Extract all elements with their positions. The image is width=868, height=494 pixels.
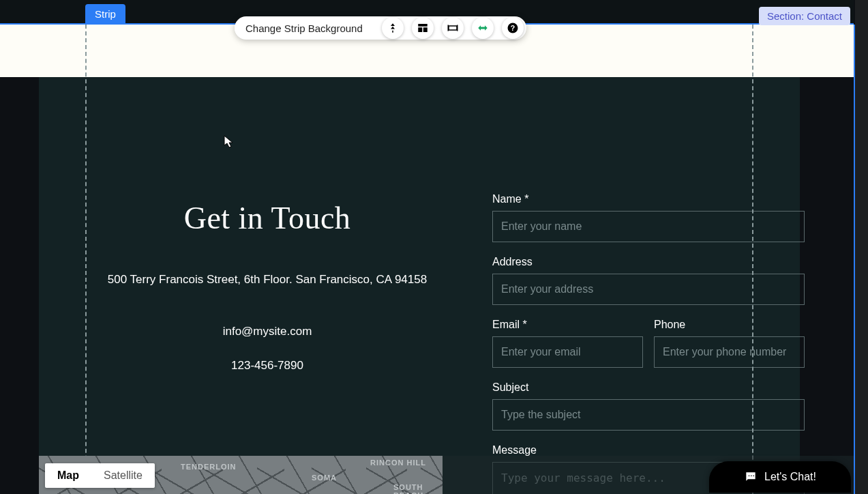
- svg-text:?: ?: [511, 24, 515, 32]
- svg-rect-4: [447, 25, 449, 31]
- message-label: Message: [492, 444, 805, 456]
- map-label-tenderloin: TENDERLOIN: [181, 463, 237, 471]
- address-label: Address: [492, 256, 805, 268]
- phone-label: Phone: [654, 319, 805, 331]
- address-input[interactable]: [492, 274, 805, 305]
- strip-toolbar: Change Strip Background ?: [235, 16, 526, 40]
- stretch-icon[interactable]: [442, 17, 464, 39]
- svg-rect-2: [423, 27, 428, 32]
- subject-input[interactable]: [492, 399, 805, 431]
- email-label: Email *: [492, 319, 643, 331]
- svg-rect-3: [449, 26, 457, 30]
- map-label-soma: SOMA: [312, 474, 337, 482]
- chat-icon: [744, 470, 758, 484]
- map-tab-satellite[interactable]: Satellite: [91, 463, 155, 488]
- svg-rect-1: [418, 27, 422, 32]
- name-input[interactable]: [492, 211, 805, 242]
- animation-icon[interactable]: [382, 17, 404, 39]
- mouse-cursor-icon: [224, 135, 235, 149]
- svg-rect-0: [418, 24, 428, 27]
- horizontal-resize-icon[interactable]: [472, 17, 494, 39]
- map-label-south-beach: SOUTH BEACH: [393, 483, 443, 494]
- svg-point-9: [751, 476, 752, 477]
- chat-widget[interactable]: Let's Chat!: [709, 461, 851, 493]
- email-input[interactable]: [492, 336, 643, 368]
- map-type-toggle: Map Satellite: [45, 463, 155, 488]
- contact-strip[interactable]: Get in Touch 500 Terry Francois Street, …: [39, 77, 800, 494]
- editor-guide-right: [752, 25, 753, 494]
- contact-address: 500 Terry Francois Street, 6th Floor. Sa…: [107, 273, 428, 287]
- chat-label: Let's Chat!: [764, 471, 816, 483]
- svg-rect-5: [457, 25, 458, 31]
- strip-badge[interactable]: Strip: [85, 4, 125, 24]
- contact-phone: 123-456-7890: [107, 359, 428, 373]
- map-tab-map[interactable]: Map: [45, 463, 91, 488]
- map-widget[interactable]: TENDERLOIN SOMA RINCON HILL SOUTH BEACH …: [39, 456, 443, 494]
- phone-input[interactable]: [654, 336, 805, 368]
- layout-icon[interactable]: [412, 17, 434, 39]
- svg-point-8: [749, 476, 750, 477]
- map-label-rincon: RINCON HILL: [370, 459, 426, 467]
- contact-heading: Get in Touch: [107, 200, 428, 236]
- name-label: Name *: [492, 193, 805, 205]
- contact-info-column: Get in Touch 500 Terry Francois Street, …: [107, 200, 428, 373]
- editor-canvas: Strip Section: Contact Change Strip Back…: [0, 0, 868, 494]
- change-strip-background-button[interactable]: Change Strip Background: [235, 18, 374, 39]
- section-badge[interactable]: Section: Contact: [759, 7, 850, 25]
- contact-email: info@mysite.com: [107, 325, 428, 338]
- subject-label: Subject: [492, 381, 805, 394]
- svg-point-10: [753, 476, 754, 477]
- editor-guide-left: [85, 25, 87, 494]
- selection-border-right: [854, 25, 855, 494]
- help-icon[interactable]: ?: [502, 17, 524, 39]
- scrollbar-track[interactable]: [855, 0, 868, 494]
- contact-form: Name * Address Email * Phone Subject: [492, 193, 805, 494]
